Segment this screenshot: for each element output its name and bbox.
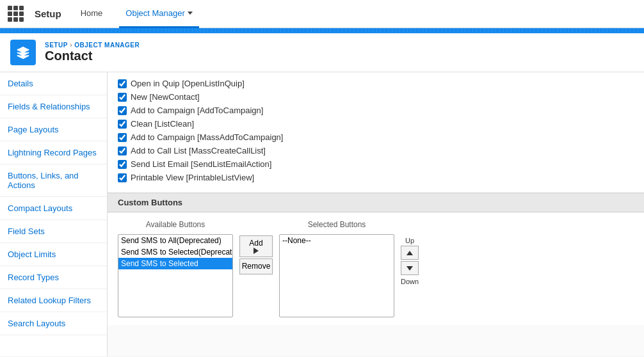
checkbox-label-4: Add to Campaign [MassAddToCampaign] [131, 132, 283, 142]
checkbox-open-in-quip[interactable] [118, 79, 127, 88]
add-button[interactable]: Add [239, 235, 273, 257]
sidebar: Details Fields & Relationships Page Layo… [0, 72, 108, 356]
add-remove-section: Add Remove [239, 235, 273, 274]
sidebar-item-related-lookup-filters[interactable]: Related Lookup Filters [0, 289, 107, 312]
add-label: Add [249, 239, 262, 248]
sidebar-item-page-layouts[interactable]: Page Layouts [0, 118, 107, 141]
checkbox-label-6: Send List Email [SendListEmailAction] [131, 159, 271, 169]
top-navigation: Setup Home Object Manager [0, 0, 644, 28]
checkbox-row-1: New [NewContact] [118, 92, 634, 102]
checkbox-row-5: Add to Call List [MassCreateCallList] [118, 146, 634, 155]
app-launcher-icon [8, 6, 24, 22]
sidebar-item-record-types[interactable]: Record Types [0, 266, 107, 289]
checkbox-label-3: Clean [ListClean] [131, 119, 194, 129]
setup-label: Setup [35, 8, 61, 19]
sidebar-item-field-sets[interactable]: Field Sets [0, 220, 107, 243]
checkbox-clean[interactable] [118, 120, 127, 129]
checkbox-row-2: Add to Campaign [AddToCampaign] [118, 106, 634, 115]
listbox-option[interactable]: Send SMS to Selected(Deprecated)) [118, 246, 232, 258]
selected-buttons-section: Selected Buttons --None-- [279, 220, 394, 317]
sidebar-item-details[interactable]: Details [0, 72, 107, 95]
custom-buttons-body: Available Buttons Send SMS to All(Deprec… [108, 212, 644, 325]
listbox-option-none[interactable]: --None-- [280, 235, 394, 246]
page-title: Contact [45, 49, 140, 63]
checkbox-label-5: Add to Call List [MassCreateCallList] [131, 146, 266, 155]
arrow-right-icon [254, 248, 259, 254]
checkbox-printable-view[interactable] [118, 173, 127, 182]
remove-label: Remove [242, 262, 271, 271]
available-buttons-listbox[interactable]: Send SMS to All(Deprecated) Send SMS to … [118, 234, 233, 317]
sidebar-item-fields-relationships[interactable]: Fields & Relationships [0, 95, 107, 118]
breadcrumb-text: SETUP › OBJECT MANAGER Contact [45, 42, 140, 63]
setup-breadcrumb-link[interactable]: SETUP [45, 42, 68, 49]
app-launcher-button[interactable] [6, 5, 24, 23]
up-button[interactable] [401, 246, 419, 260]
sidebar-item-object-limits[interactable]: Object Limits [0, 243, 107, 266]
checkbox-mass-add-to-campaign[interactable] [118, 133, 127, 142]
checkbox-row-0: Open in Quip [OpenListInQuip] [118, 79, 634, 88]
down-label: Down [401, 278, 419, 285]
up-down-section: Up Down [401, 235, 419, 285]
selected-buttons-label: Selected Buttons [308, 220, 366, 229]
topo-banner [0, 28, 644, 33]
checkbox-label-2: Add to Campaign [AddToCampaign] [131, 106, 263, 115]
checkbox-label-1: New [NewContact] [131, 92, 200, 102]
checkbox-add-to-call-list[interactable] [118, 147, 127, 155]
checkbox-row-4: Add to Campaign [MassAddToCampaign] [118, 132, 634, 142]
breadcrumb: SETUP › OBJECT MANAGER [45, 42, 140, 49]
object-manager-breadcrumb-link[interactable]: OBJECT MANAGER [74, 42, 140, 49]
arrow-up-icon [407, 251, 413, 255]
checkbox-list: Open in Quip [OpenListInQuip] New [NewCo… [108, 72, 644, 193]
object-icon [10, 40, 36, 65]
object-manager-nav-link[interactable]: Object Manager [119, 0, 199, 28]
checkbox-add-to-campaign[interactable] [118, 106, 127, 115]
chevron-down-icon [188, 12, 193, 15]
object-manager-label: Object Manager [125, 8, 185, 18]
sidebar-item-buttons-links-actions[interactable]: Buttons, Links, and Actions [0, 164, 107, 197]
selected-buttons-listbox[interactable]: --None-- [279, 234, 394, 317]
available-buttons-section: Available Buttons Send SMS to All(Deprec… [118, 220, 233, 317]
checkbox-row-6: Send List Email [SendListEmailAction] [118, 159, 634, 169]
down-button[interactable] [401, 261, 419, 275]
checkbox-label-0: Open in Quip [OpenListInQuip] [131, 79, 245, 88]
checkbox-label-7: Printable View [PrintableListView] [131, 173, 254, 182]
custom-buttons-header: Custom Buttons [108, 193, 644, 212]
sidebar-item-lightning-record-pages[interactable]: Lightning Record Pages [0, 141, 107, 164]
checkbox-send-list-email[interactable] [118, 160, 127, 169]
checkbox-new[interactable] [118, 93, 127, 102]
content-area: Open in Quip [OpenListInQuip] New [NewCo… [108, 72, 644, 356]
checkbox-row-7: Printable View [PrintableListView] [118, 173, 634, 182]
remove-button[interactable]: Remove [239, 258, 273, 274]
available-buttons-label: Available Buttons [146, 220, 205, 229]
checkbox-row-3: Clean [ListClean] [118, 119, 634, 129]
listbox-option-selected[interactable]: Send SMS to Selected [118, 258, 232, 269]
breadcrumb-bar: SETUP › OBJECT MANAGER Contact [0, 33, 644, 72]
arrow-down-icon [407, 266, 413, 271]
layers-icon [16, 45, 30, 60]
sidebar-item-search-layouts[interactable]: Search Layouts [0, 312, 107, 335]
main-container: Details Fields & Relationships Page Layo… [0, 72, 644, 356]
listbox-option[interactable]: Send SMS to All(Deprecated) [118, 235, 232, 246]
sidebar-item-compact-layouts[interactable]: Compact Layouts [0, 197, 107, 220]
home-nav-link[interactable]: Home [74, 0, 109, 28]
up-label: Up [405, 237, 414, 244]
add-button-inner: Add [249, 239, 262, 254]
